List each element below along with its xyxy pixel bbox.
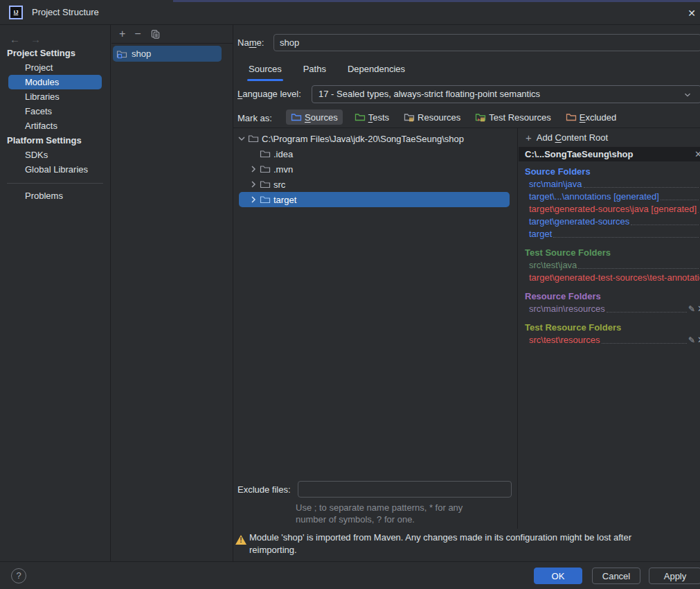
module-name-input[interactable] <box>273 34 700 51</box>
folder-link[interactable]: target\generated-test-sources\test-annot… <box>525 272 700 284</box>
content-roots-panel: + Add Content Root C:\...SongTaeSeung\sh… <box>519 128 700 529</box>
copy-module-icon[interactable] <box>150 29 161 39</box>
sidebar-item-global-libraries[interactable]: Global Libraries <box>0 162 110 177</box>
sidebar-item-problems[interactable]: Problems <box>0 188 110 203</box>
resources-folder-icon <box>404 112 415 123</box>
nav-header-platform-settings: Platform Settings <box>0 133 110 148</box>
close-icon[interactable]: ✕ <box>685 6 699 20</box>
module-list-item-shop[interactable]: shop <box>113 46 222 62</box>
folder-link[interactable]: src\test\java <box>525 259 700 272</box>
exclude-files-label: Exclude files: <box>237 484 291 495</box>
tree-row-label: .idea <box>273 149 293 159</box>
tree-row-target[interactable]: target <box>239 192 510 207</box>
project-structure-dialog: IJ Project Structure ✕ ← → Project Setti… <box>0 0 700 589</box>
sidebar-item-modules[interactable]: Modules <box>8 75 102 89</box>
sidebar-item-facets[interactable]: Facets <box>0 104 110 118</box>
mark-excluded-button[interactable]: Excluded <box>563 109 619 125</box>
mark-as-chips: Sources Tests Resources Test Resources E… <box>286 108 619 126</box>
plus-icon: + <box>526 132 532 143</box>
mark-test-resources-button[interactable]: Test Resources <box>472 109 554 125</box>
tree-row-mvn[interactable]: .mvn <box>233 161 517 177</box>
chevron-none <box>248 148 259 159</box>
cancel-button[interactable]: Cancel <box>592 568 640 584</box>
sidebar-item-sdks[interactable]: SDKs <box>0 148 110 162</box>
dialog-title: Project Structure <box>32 7 99 17</box>
excluded-folder-icon <box>566 112 577 123</box>
module-tabs: Sources Paths Dependencies <box>247 61 406 81</box>
dialog-footer: ? OK Cancel Apply <box>0 561 700 589</box>
module-editor: Name: Sources Paths Dependencies Languag… <box>233 25 700 561</box>
folder-icon <box>260 179 271 190</box>
content-root-tree: C:\Program Files\Java\jdk-20\SongTaeSeun… <box>233 128 518 529</box>
exclude-files-hint: Use ; to separate name patterns, * for a… <box>296 502 463 525</box>
remove-content-root-icon[interactable]: ✕ <box>694 147 700 161</box>
language-level-value: 17 - Sealed types, always-strict floatin… <box>318 89 540 99</box>
content-root-header[interactable]: C:\...SongTaeSeung\shop ✕ <box>519 147 700 161</box>
tree-row-label: .mvn <box>273 164 293 175</box>
mark-as-label: Mark as: <box>237 113 272 123</box>
module-icon <box>116 49 127 60</box>
chevron-right-icon[interactable] <box>248 164 259 175</box>
mark-resources-button[interactable]: Resources <box>401 109 463 125</box>
maven-warning: ! Module 'shop' is imported from Maven. … <box>233 529 700 561</box>
tree-row-label: target <box>273 195 296 205</box>
language-level-label: Language level: <box>237 89 301 99</box>
edit-pencil-icon[interactable]: ✎ <box>688 303 695 315</box>
chevron-right-icon[interactable] <box>248 194 259 205</box>
intellij-logo-icon: IJ <box>9 6 23 19</box>
tab-dependencies[interactable]: Dependencies <box>346 61 406 81</box>
help-icon[interactable]: ? <box>11 568 26 583</box>
folder-icon <box>260 194 271 205</box>
sidebar-item-artifacts[interactable]: Artifacts <box>0 118 110 133</box>
tests-folder-icon <box>355 112 366 123</box>
warning-text: Module 'shop' is imported from Maven. An… <box>249 531 631 556</box>
remove-folder-icon[interactable]: ✕ <box>697 303 700 315</box>
folder-link[interactable]: src\main\resources ✎ ✕ <box>525 303 700 315</box>
folder-icon <box>260 148 271 159</box>
remove-module-icon[interactable]: − <box>134 28 141 39</box>
history-arrows: ← → <box>0 25 110 46</box>
forward-icon[interactable]: → <box>30 33 41 46</box>
folder-link[interactable]: target <box>525 228 700 240</box>
content-root-path: C:\...SongTaeSeung\shop <box>525 149 633 159</box>
modules-toolbar: + − <box>111 25 233 44</box>
tree-row-src[interactable]: src <box>233 177 517 192</box>
edit-pencil-icon[interactable]: ✎ <box>688 334 695 346</box>
folder-link[interactable]: src\test\resources ✎ ✕ <box>525 334 700 346</box>
folder-icon <box>248 133 259 144</box>
nav-header-project-settings: Project Settings <box>0 46 110 60</box>
module-name: shop <box>132 49 151 59</box>
remove-folder-icon[interactable]: ✕ <box>697 334 700 346</box>
test-resources-folder-icon <box>475 112 486 123</box>
tree-row-root[interactable]: C:\Program Files\Java\jdk-20\SongTaeSeun… <box>233 131 517 146</box>
tab-sources[interactable]: Sources <box>247 61 283 81</box>
add-content-root-button[interactable]: + Add Content Root <box>519 128 700 147</box>
sidebar-item-libraries[interactable]: Libraries <box>0 89 110 104</box>
exclude-files-input[interactable] <box>298 481 512 498</box>
tree-row-label: src <box>273 179 285 190</box>
name-label: Name: <box>237 37 264 48</box>
combo-chevron-down-icon <box>683 90 692 100</box>
title-bar: IJ Project Structure ✕ <box>0 0 700 25</box>
sidebar-item-project[interactable]: Project <box>0 60 110 75</box>
modules-list-pane: + − shop <box>111 25 233 561</box>
warning-icon: ! <box>235 535 246 545</box>
tree-row-label: C:\Program Files\Java\jdk-20\SongTaeSeun… <box>262 134 464 144</box>
back-icon[interactable]: ← <box>10 33 20 46</box>
apply-button[interactable]: Apply <box>649 568 700 584</box>
chevron-down-icon[interactable] <box>236 133 247 144</box>
language-level-select[interactable]: 17 - Sealed types, always-strict floatin… <box>312 85 700 103</box>
folder-icon <box>260 164 271 175</box>
folder-link[interactable]: target\...\annotations [generated] <box>525 191 700 203</box>
ok-button[interactable]: OK <box>534 568 582 584</box>
tree-row-idea[interactable]: .idea <box>233 146 517 161</box>
nav-divider <box>7 183 103 184</box>
tab-paths[interactable]: Paths <box>302 61 327 81</box>
add-module-icon[interactable]: + <box>119 28 125 39</box>
chevron-right-icon[interactable] <box>248 179 259 190</box>
folder-sections: Source Folders src\main\java target\...\… <box>519 161 700 346</box>
mark-tests-button[interactable]: Tests <box>352 109 392 125</box>
sources-folder-icon <box>291 112 302 123</box>
settings-nav: ← → Project Settings Project Modules Lib… <box>0 25 111 561</box>
mark-sources-button[interactable]: Sources <box>286 109 343 125</box>
